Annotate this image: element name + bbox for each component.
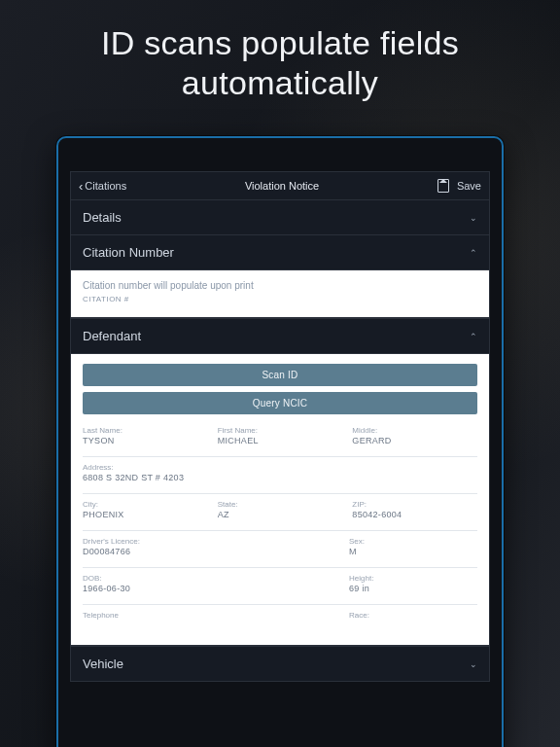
label-telephone: Telephone — [83, 611, 339, 620]
section-defendant[interactable]: Defendant ⌃ — [70, 318, 490, 354]
chevron-down-icon: ⌄ — [470, 659, 477, 669]
value-zip[interactable]: 85042-6004 — [352, 510, 477, 520]
page-title: Violation Notice — [245, 180, 319, 192]
divider — [83, 456, 477, 457]
query-ncic-button[interactable]: Query NCIC — [83, 392, 477, 414]
label-dl: Driver's Licence: — [83, 537, 339, 546]
label-address: Address: — [83, 463, 477, 472]
value-dob[interactable]: 1966-06-30 — [83, 584, 339, 594]
value-dl[interactable]: D00084766 — [83, 547, 339, 557]
section-vehicle-title: Vehicle — [83, 657, 123, 671]
divider — [83, 604, 477, 605]
value-state[interactable]: AZ — [218, 510, 343, 520]
label-last-name: Last Name: — [83, 426, 208, 435]
section-details-title: Details — [83, 210, 122, 225]
defendant-panel: Scan ID Query NCIC Last Name: TYSON Firs… — [70, 354, 490, 646]
chevron-up-icon: ⌃ — [470, 332, 477, 341]
navbar: ‹ Citations Violation Notice Save — [70, 171, 490, 199]
value-sex[interactable]: M — [349, 547, 477, 557]
value-last-name[interactable]: TYSON — [83, 436, 208, 446]
citation-hint: Citation number will populate upon print — [83, 280, 477, 291]
save-button[interactable]: Save — [457, 180, 481, 192]
section-vehicle[interactable]: Vehicle ⌄ — [70, 646, 490, 682]
value-middle[interactable]: GERARD — [352, 436, 477, 446]
divider — [83, 530, 477, 531]
divider — [83, 567, 477, 568]
label-zip: ZIP: — [352, 500, 477, 509]
section-citation[interactable]: Citation Number ⌃ — [70, 235, 490, 270]
label-middle: Middle: — [352, 426, 477, 435]
section-details[interactable]: Details ⌄ — [70, 199, 490, 235]
label-sex: Sex: — [349, 537, 477, 546]
label-dob: DOB: — [83, 574, 339, 583]
label-height: Height: — [349, 574, 477, 583]
marketing-headline: ID scans populate fields automatically — [0, 0, 560, 121]
back-button[interactable]: ‹ Citations — [79, 180, 126, 193]
device-frame: ‹ Citations Violation Notice Save Detail… — [56, 136, 504, 747]
label-city: City: — [83, 500, 208, 509]
value-address[interactable]: 6808 S 32ND ST # 4203 — [83, 473, 477, 483]
section-defendant-title: Defendant — [83, 329, 141, 343]
label-race: Race: — [349, 611, 477, 620]
label-first-name: First Name: — [218, 426, 343, 435]
chevron-up-icon: ⌃ — [470, 248, 477, 258]
value-city[interactable]: PHOENIX — [83, 510, 208, 520]
value-telephone[interactable] — [83, 621, 339, 631]
scan-id-button[interactable]: Scan ID — [83, 364, 477, 386]
value-race[interactable] — [349, 621, 477, 631]
label-state: State: — [218, 500, 343, 509]
value-height[interactable]: 69 in — [349, 584, 477, 594]
citation-sublabel: CITATION # — [83, 295, 477, 303]
divider — [83, 493, 477, 494]
back-label: Citations — [85, 180, 126, 192]
value-first-name[interactable]: MICHAEL — [218, 436, 343, 446]
section-citation-title: Citation Number — [83, 245, 174, 260]
citation-panel: Citation number will populate upon print… — [70, 270, 490, 318]
chevron-down-icon: ⌄ — [470, 213, 477, 223]
share-icon[interactable] — [438, 179, 449, 193]
chevron-left-icon: ‹ — [79, 180, 83, 193]
